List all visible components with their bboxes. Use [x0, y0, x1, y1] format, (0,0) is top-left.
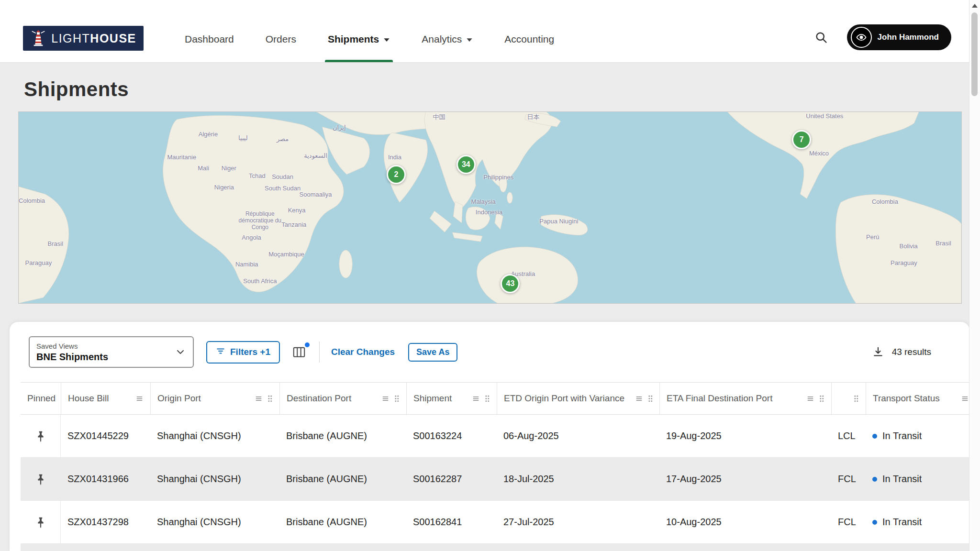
map-cluster-marker[interactable]: 34: [457, 155, 476, 174]
map-cluster-marker[interactable]: 7: [792, 130, 811, 149]
drag-handle-icon[interactable]: [394, 395, 400, 403]
cell-transport-status: In Transit: [866, 415, 969, 457]
saved-views-value: BNE Shipments: [36, 352, 169, 363]
table-row[interactable]: SZX01431966 Shanghai (CNSGH) Brisbane (A…: [21, 458, 969, 501]
cell-origin-port: Shanghai (CNSGH): [150, 415, 279, 457]
header-transport-status[interactable]: Transport Status: [866, 383, 969, 414]
brand-name: LIGHTHOUSE: [51, 33, 136, 44]
lighthouse-icon: [30, 29, 46, 47]
pin-icon[interactable]: [34, 430, 47, 443]
drag-handle-icon[interactable]: [853, 395, 859, 403]
cell-shipment: S00162841: [406, 501, 497, 543]
column-menu-icon[interactable]: [806, 395, 814, 402]
scrollbar-thumb[interactable]: [971, 12, 978, 96]
nav-label: Analytics: [422, 33, 462, 45]
scroll-up-arrow-icon[interactable]: [969, 0, 980, 11]
header-destination-port[interactable]: Destination Port: [279, 383, 406, 414]
column-menu-icon[interactable]: [381, 395, 390, 402]
nav-analytics[interactable]: Analytics: [419, 0, 476, 62]
cell-shipment: S00162287: [406, 458, 497, 500]
download-icon[interactable]: [872, 346, 884, 358]
results-area: 43 results: [872, 346, 950, 358]
nav-label: Shipments: [328, 33, 379, 45]
saved-views-label: Saved Views: [36, 342, 169, 350]
eye-icon: [851, 27, 872, 48]
column-menu-icon[interactable]: [961, 395, 969, 402]
clear-changes-link[interactable]: Clear Changes: [331, 347, 395, 357]
nav-orders[interactable]: Orders: [263, 0, 299, 62]
user-menu[interactable]: John Hammond: [847, 24, 951, 50]
cell-mode: FCL: [831, 458, 866, 500]
header-label: Destination Port: [287, 393, 351, 404]
cell-transport-status: In Transit: [866, 458, 969, 500]
header-label: Origin Port: [157, 393, 201, 404]
drag-handle-icon[interactable]: [647, 395, 653, 403]
cell-shipment: S00163224: [406, 415, 497, 457]
cell-eta: 17-Aug-2025: [659, 458, 831, 500]
cell-destination-port: Brisbane (AUGNE): [279, 415, 406, 457]
header-mode[interactable]: [831, 383, 866, 414]
app-root: LIGHTHOUSE Dashboard Orders Shipments An…: [0, 0, 980, 551]
header-shipment[interactable]: Shipment: [406, 383, 497, 414]
main-nav: Dashboard Orders Shipments Analytics Acc…: [182, 0, 583, 62]
save-as-button[interactable]: Save As: [408, 343, 457, 362]
pin-icon[interactable]: [34, 516, 47, 529]
shipments-table: Pinned House Bill Origin Port Destinatio…: [21, 382, 969, 551]
table-row[interactable]: SZX01437298 Shanghai (CNSGH) Brisbane (A…: [21, 501, 969, 544]
shipments-panel: Saved Views BNE Shipments Filters +1 Cle…: [10, 322, 969, 551]
cell-etd: 27-Jul-2025: [497, 501, 659, 543]
chevron-down-icon: [383, 37, 390, 42]
header-label: Pinned: [27, 393, 56, 404]
column-menu-icon[interactable]: [472, 395, 480, 402]
chevron-down-icon: [466, 37, 473, 42]
page-title: Shipments: [24, 78, 980, 101]
topbar-right: John Hammond: [814, 24, 951, 50]
cell-house-bill: SZX01437298: [61, 501, 150, 543]
vertical-scrollbar[interactable]: [969, 0, 980, 551]
columns-panel-button[interactable]: [290, 343, 308, 361]
status-label: In Transit: [882, 517, 922, 528]
brand-logo[interactable]: LIGHTHOUSE: [23, 26, 144, 51]
notification-dot: [305, 342, 310, 347]
header-etd-origin-port[interactable]: ETD Origin Port with Variance: [497, 383, 659, 414]
column-menu-icon[interactable]: [635, 395, 643, 402]
header-pinned[interactable]: Pinned: [21, 383, 61, 414]
cell-transport-status: In Transit: [866, 501, 969, 543]
grid-toolbar: Saved Views BNE Shipments Filters +1 Cle…: [10, 322, 969, 368]
cell-house-bill: SZX01445229: [61, 415, 150, 457]
column-menu-icon[interactable]: [255, 395, 263, 402]
header-label: House Bill: [68, 393, 109, 404]
nav-shipments[interactable]: Shipments: [325, 0, 393, 62]
drag-handle-icon[interactable]: [484, 395, 490, 403]
table-row-partial[interactable]: [21, 544, 969, 551]
nav-accounting[interactable]: Accounting: [501, 0, 557, 62]
column-menu-icon[interactable]: [135, 395, 144, 402]
cell-destination-port: Brisbane (AUGNE): [279, 501, 406, 543]
map-cluster-marker[interactable]: 2: [387, 165, 406, 184]
cell-etd: 18-Jul-2025: [497, 458, 659, 500]
nav-label: Orders: [266, 33, 296, 45]
world-map[interactable]: MauritanieMaliNigerAlgérieليبيامصرالسعود…: [18, 111, 962, 304]
nav-label: Dashboard: [185, 33, 234, 45]
header-eta-final-destination[interactable]: ETA Final Destination Port: [659, 383, 831, 414]
cell-origin-port: Shanghai (CNSGH): [150, 501, 279, 543]
cell-mode: LCL: [831, 415, 866, 457]
chevron-down-icon: [175, 346, 186, 358]
status-dot: [872, 434, 877, 439]
nav-dashboard[interactable]: Dashboard: [182, 0, 237, 62]
cell-destination-port: Brisbane (AUGNE): [279, 458, 406, 500]
search-icon[interactable]: [814, 31, 828, 44]
header-origin-port[interactable]: Origin Port: [150, 383, 279, 414]
header-label: Transport Status: [873, 393, 940, 404]
header-house-bill[interactable]: House Bill: [61, 383, 150, 414]
cell-origin-port: Shanghai (CNSGH): [150, 458, 279, 500]
drag-handle-icon[interactable]: [819, 395, 824, 403]
cell-eta: 10-Aug-2025: [659, 501, 831, 543]
pin-icon[interactable]: [34, 473, 47, 486]
table-row[interactable]: SZX01445229 Shanghai (CNSGH) Brisbane (A…: [21, 415, 969, 458]
nav-label: Accounting: [504, 33, 554, 45]
drag-handle-icon[interactable]: [267, 395, 273, 403]
table-header-row: Pinned House Bill Origin Port Destinatio…: [21, 382, 969, 415]
filters-button[interactable]: Filters +1: [206, 341, 280, 364]
saved-views-select[interactable]: Saved Views BNE Shipments: [29, 336, 194, 368]
